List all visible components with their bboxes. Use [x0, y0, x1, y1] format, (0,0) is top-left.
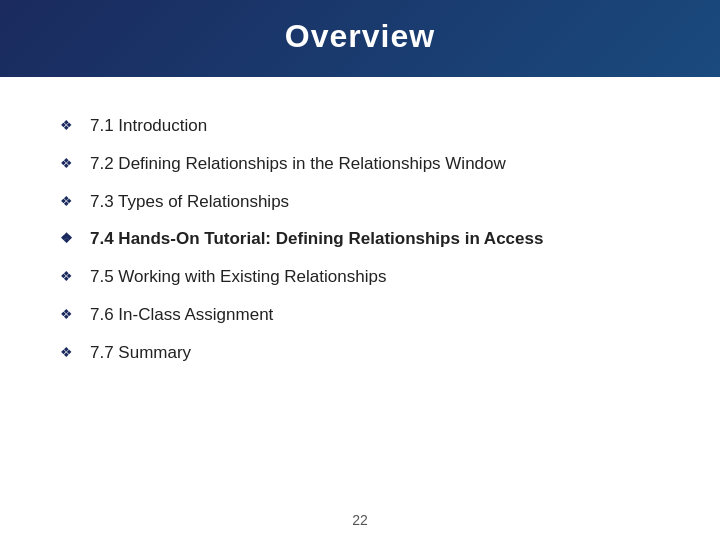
list-item: ❖7.4 Hands-On Tutorial: Defining Relatio…	[60, 220, 660, 258]
bullet-icon: ❖	[60, 116, 76, 136]
page-number: 22	[352, 512, 368, 528]
slide-title: Overview	[285, 18, 435, 54]
bullet-icon: ❖	[60, 229, 76, 249]
slide-header: Overview	[0, 0, 720, 77]
bullet-icon: ❖	[60, 343, 76, 363]
list-item-text: 7.2 Defining Relationships in the Relati…	[90, 152, 660, 176]
list-item: ❖7.6 In-Class Assignment	[60, 296, 660, 334]
slide: Overview ❖7.1 Introduction❖7.2 Defining …	[0, 0, 720, 540]
bullet-icon: ❖	[60, 192, 76, 212]
bullet-icon: ❖	[60, 267, 76, 287]
list-item-text: 7.7 Summary	[90, 341, 660, 365]
list-item: ❖7.7 Summary	[60, 334, 660, 372]
list-item-text: 7.6 In-Class Assignment	[90, 303, 660, 327]
list-item-text: 7.3 Types of Relationships	[90, 190, 660, 214]
list-item-text: 7.5 Working with Existing Relationships	[90, 265, 660, 289]
list-item-text: 7.1 Introduction	[90, 114, 660, 138]
bullet-icon: ❖	[60, 154, 76, 174]
list-item: ❖7.1 Introduction	[60, 107, 660, 145]
list-item: ❖7.5 Working with Existing Relationships	[60, 258, 660, 296]
list-item: ❖7.3 Types of Relationships	[60, 183, 660, 221]
slide-content: ❖7.1 Introduction❖7.2 Defining Relations…	[0, 77, 720, 540]
list-item: ❖7.2 Defining Relationships in the Relat…	[60, 145, 660, 183]
list-item-text: 7.4 Hands-On Tutorial: Defining Relation…	[90, 227, 660, 251]
slide-footer: 22	[0, 512, 720, 528]
bullet-icon: ❖	[60, 305, 76, 325]
